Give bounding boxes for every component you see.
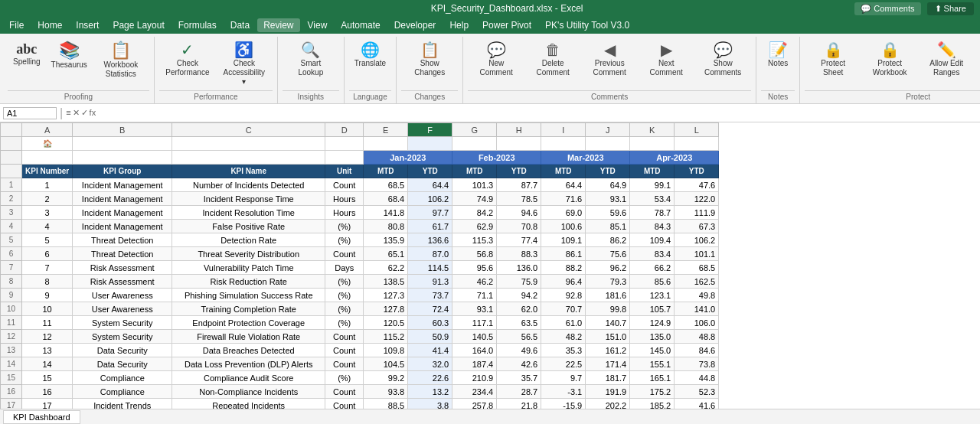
- cell-unit[interactable]: Hours: [325, 192, 364, 206]
- cell-mar-ytd[interactable]: 86.2: [586, 233, 630, 247]
- cell-feb-mtd[interactable]: 93.1: [452, 302, 497, 316]
- cell-d1[interactable]: [325, 137, 364, 151]
- cell-apr-mtd[interactable]: 78.7: [630, 206, 675, 220]
- menu-page-layout[interactable]: Page Layout: [106, 18, 170, 32]
- delete-comment-button[interactable]: 🗑 Delete Comment: [524, 38, 581, 80]
- cell-feb-mtd[interactable]: 164.0: [452, 344, 497, 357]
- show-comments-button[interactable]: 💬 Show Comments: [694, 38, 751, 80]
- cell-group[interactable]: Threat Detection: [73, 247, 172, 261]
- cell-mar-mtd[interactable]: 9.7: [541, 371, 586, 385]
- cell-mar-ytd[interactable]: 93.1: [586, 192, 630, 206]
- cell-c1[interactable]: [172, 137, 325, 151]
- cell-name[interactable]: Endpoint Protection Coverage: [172, 316, 325, 330]
- cell-num[interactable]: 3: [22, 206, 73, 220]
- cell-feb-ytd[interactable]: 88.3: [497, 247, 541, 261]
- cell-k1[interactable]: [630, 137, 675, 151]
- cell-apr-ytd[interactable]: 106.2: [675, 233, 719, 247]
- cell-feb-ytd[interactable]: 136.0: [497, 261, 541, 275]
- cell-apr-mtd[interactable]: 85.6: [630, 275, 675, 289]
- cell-jan-ytd[interactable]: 3.8: [408, 399, 452, 409]
- cell-jan-mtd[interactable]: 127.8: [364, 302, 408, 316]
- cell-jan-mtd[interactable]: 68.5: [364, 178, 408, 192]
- cell-feb-ytd[interactable]: 35.7: [497, 371, 541, 385]
- menu-developer[interactable]: Developer: [388, 18, 443, 32]
- cell-num[interactable]: 6: [22, 247, 73, 261]
- cell-name[interactable]: Detection Rate: [172, 233, 325, 247]
- cell-mar-ytd[interactable]: 171.4: [586, 357, 630, 371]
- cell-unit[interactable]: (%): [325, 233, 364, 247]
- cell-apr-ytd[interactable]: 106.0: [675, 316, 719, 330]
- protect-workbook-button[interactable]: 🔒 Protect Workbook: [861, 38, 918, 80]
- cell-name[interactable]: Incident Response Time: [172, 192, 325, 206]
- thesaurus-button[interactable]: 📚 Thesaurus: [46, 38, 93, 72]
- cell-num[interactable]: 2: [22, 192, 73, 206]
- col-B[interactable]: B: [73, 123, 172, 137]
- cell-feb-mtd[interactable]: 187.4: [452, 357, 497, 371]
- cell-unit[interactable]: Count: [325, 178, 364, 192]
- cancel-formula-icon[interactable]: ✕: [73, 108, 80, 118]
- cell-unit[interactable]: (%): [325, 316, 364, 330]
- cell-mar-ytd[interactable]: 181.6: [586, 289, 630, 302]
- cell-unit[interactable]: Count: [325, 399, 364, 409]
- cell-name[interactable]: Data Loss Prevention (DLP) Alerts: [172, 357, 325, 371]
- cell-mar-ytd[interactable]: 64.9: [586, 178, 630, 192]
- cell-b1[interactable]: [73, 137, 172, 151]
- cell-unit[interactable]: Hours: [325, 206, 364, 220]
- cell-jan-ytd[interactable]: 97.7: [408, 206, 452, 220]
- cell-apr-ytd[interactable]: 41.6: [675, 399, 719, 409]
- insert-function-icon[interactable]: fx: [90, 108, 96, 118]
- cell-h1[interactable]: [497, 137, 541, 151]
- cell-jan-mtd[interactable]: 115.2: [364, 330, 408, 344]
- menu-formulas[interactable]: Formulas: [172, 18, 223, 32]
- cell-feb-ytd[interactable]: 94.6: [497, 206, 541, 220]
- cell-apr-mtd[interactable]: 53.4: [630, 192, 675, 206]
- cell-group[interactable]: User Awareness: [73, 302, 172, 316]
- cell-jan-ytd[interactable]: 73.7: [408, 289, 452, 302]
- cell-feb-ytd[interactable]: 70.8: [497, 220, 541, 233]
- cell-feb-mtd[interactable]: 101.3: [452, 178, 497, 192]
- cell-apr-mtd[interactable]: 185.2: [630, 399, 675, 409]
- cell-name[interactable]: Non-Compliance Incidents: [172, 385, 325, 399]
- menu-view[interactable]: View: [302, 18, 334, 32]
- cell-mar-ytd[interactable]: 202.2: [586, 399, 630, 409]
- cell-apr-mtd[interactable]: 105.7: [630, 302, 675, 316]
- cell-jan-mtd[interactable]: 99.2: [364, 371, 408, 385]
- cell-feb-mtd[interactable]: 74.9: [452, 192, 497, 206]
- cell-feb-ytd[interactable]: 62.0: [497, 302, 541, 316]
- check-accessibility-button[interactable]: ♿ Check Accessibility ▾: [216, 38, 273, 89]
- cell-apr-mtd[interactable]: 83.4: [630, 247, 675, 261]
- cell-group[interactable]: Data Security: [73, 357, 172, 371]
- col-G[interactable]: G: [452, 123, 497, 137]
- cell-l1[interactable]: [675, 137, 719, 151]
- cell-name[interactable]: Firewall Rule Violation Rate: [172, 330, 325, 344]
- cell-name[interactable]: Vulnerability Patch Time: [172, 261, 325, 275]
- protect-sheet-button[interactable]: 🔒 Protect Sheet: [805, 38, 861, 80]
- cell-apr-ytd[interactable]: 48.8: [675, 330, 719, 344]
- cell-unit[interactable]: Count: [325, 330, 364, 344]
- notes-button[interactable]: 📝 Notes: [761, 38, 795, 70]
- cell-mar-mtd[interactable]: 96.4: [541, 275, 586, 289]
- spelling-button[interactable]: abc Spelling: [8, 38, 46, 69]
- cell-group[interactable]: System Security: [73, 316, 172, 330]
- cell-num[interactable]: 5: [22, 233, 73, 247]
- cell-num[interactable]: 17: [22, 399, 73, 409]
- cell-mar-ytd[interactable]: 191.9: [586, 385, 630, 399]
- cell-jan-ytd[interactable]: 61.7: [408, 220, 452, 233]
- cell-name[interactable]: Compliance Audit Score: [172, 371, 325, 385]
- cell-g1[interactable]: [452, 137, 497, 151]
- cell-group[interactable]: Incident Management: [73, 206, 172, 220]
- cell-jan-mtd[interactable]: 109.8: [364, 344, 408, 357]
- cell-unit[interactable]: (%): [325, 220, 364, 233]
- cell-mar-mtd[interactable]: 88.2: [541, 261, 586, 275]
- cell-mar-ytd[interactable]: 161.2: [586, 344, 630, 357]
- cell-j1[interactable]: [586, 137, 630, 151]
- cell-feb-mtd[interactable]: 95.6: [452, 261, 497, 275]
- cell-jan-mtd[interactable]: 62.2: [364, 261, 408, 275]
- cell-mar-ytd[interactable]: 79.3: [586, 275, 630, 289]
- col-H[interactable]: H: [497, 123, 541, 137]
- cell-apr-ytd[interactable]: 84.6: [675, 344, 719, 357]
- cell-group[interactable]: Data Security: [73, 344, 172, 357]
- cell-mar-ytd[interactable]: 99.8: [586, 302, 630, 316]
- menu-home[interactable]: Home: [31, 18, 68, 32]
- cell-mar-ytd[interactable]: 96.2: [586, 261, 630, 275]
